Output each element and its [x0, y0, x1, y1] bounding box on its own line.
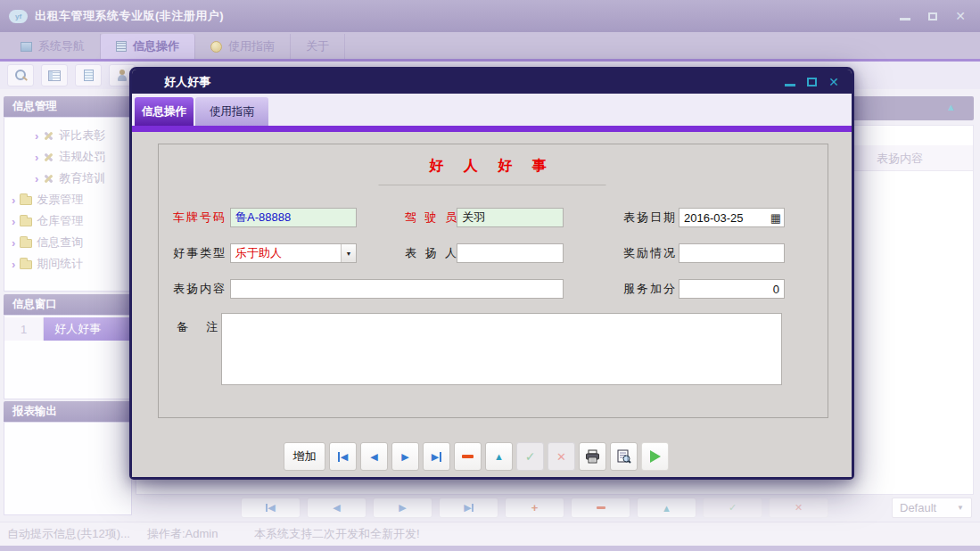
driver-input[interactable]	[457, 208, 564, 227]
bg-last-record-button[interactable]: ▶	[439, 498, 498, 518]
section-header-report-output[interactable]: 报表输出	[4, 401, 132, 422]
chevron-right-icon: ›	[35, 130, 38, 142]
bg-next-record-button[interactable]: ▶	[373, 498, 432, 518]
document-button[interactable]	[75, 64, 102, 86]
tab-label: 系统导航	[38, 38, 85, 54]
tree-item-fapiaoguanli[interactable]: › 发票管理	[4, 189, 131, 210]
edit-record-button[interactable]: ▲	[485, 442, 513, 471]
print-button[interactable]	[579, 442, 606, 471]
row-label-haorenhaoshi[interactable]: 好人好事	[44, 317, 131, 341]
preview-icon	[616, 449, 631, 464]
praiser-input[interactable]	[457, 243, 564, 263]
bg-cancel-button: ✕	[769, 498, 828, 518]
bg-first-record-button[interactable]: ◀	[241, 498, 301, 518]
tab-info-operation[interactable]: 信息操作	[101, 34, 195, 59]
app-logo-icon: yf	[9, 10, 28, 23]
dialog-tab-info-operation[interactable]: 信息操作	[135, 97, 194, 126]
x-icon: ✕	[556, 450, 566, 464]
column-header-praise-content[interactable]: 表扬内容	[877, 151, 923, 167]
main-window-controls: ✕	[898, 0, 968, 32]
window-bottom-edge	[0, 546, 980, 551]
confirm-button: ✓	[516, 442, 544, 471]
dialog-minimize-icon[interactable]	[785, 77, 795, 86]
tree-item-label: 信息查询	[37, 234, 83, 251]
list-view-button[interactable]	[41, 64, 68, 86]
chevron-down-icon: ▼	[957, 504, 971, 512]
minus-icon	[462, 455, 474, 458]
label-praise-date: 表扬日期	[623, 208, 675, 227]
delete-record-button[interactable]	[454, 442, 482, 471]
dialog-tab-user-guide[interactable]: 使用指南	[195, 97, 268, 126]
tab-about[interactable]: 关于	[291, 34, 345, 59]
tool-icon	[43, 173, 54, 185]
first-record-button[interactable]: ◀	[329, 442, 357, 471]
reward-input[interactable]	[679, 243, 785, 263]
info-window-row[interactable]: 1 好人好事	[4, 317, 131, 341]
deed-type-select[interactable]: 乐于助人 ▼	[230, 243, 357, 263]
tree-item-pingbibiaozhang[interactable]: › 评比表彰	[4, 125, 131, 146]
collapse-icon[interactable]: ▲	[946, 103, 956, 112]
label-remark: 备 注	[177, 317, 218, 337]
print-preview-button[interactable]	[610, 442, 638, 471]
praise-date-input[interactable]: 2016-03-25 ▦	[679, 208, 785, 227]
ribbon-tabbar: 系统导航 信息操作 使用指南 关于	[0, 32, 980, 59]
section-header-info-window[interactable]: 信息窗口	[4, 294, 132, 315]
info-window-panel: 1 好人好事	[4, 315, 132, 399]
folder-icon	[20, 218, 32, 226]
printer-icon	[585, 449, 600, 464]
restore-icon[interactable]	[926, 10, 940, 22]
tool-icon	[43, 130, 54, 142]
chevron-right-icon: ›	[12, 216, 15, 227]
dialog-body: 好 人 好 事 车牌号码 驾 驶 员 表扬日期 2016-03-25 ▦ 好事类…	[132, 132, 852, 477]
praise-content-input[interactable]	[230, 279, 564, 299]
tree-item-xinxichaxun[interactable]: › 信息查询	[4, 232, 131, 253]
service-points-input[interactable]	[679, 279, 785, 299]
dialog-close-icon[interactable]: ✕	[828, 75, 839, 89]
status-message: 本系统支持二次开发和全新开发!	[254, 522, 420, 546]
tree-item-label: 评比表彰	[59, 127, 105, 144]
form-title: 好 人 好 事	[132, 157, 852, 176]
bg-add-record-button[interactable]: +	[505, 498, 564, 518]
last-record-button[interactable]: ▶	[423, 442, 450, 471]
tree-item-qijiantongji[interactable]: › 期间统计	[4, 253, 131, 275]
style-select[interactable]: Default ▼	[892, 498, 972, 518]
bg-prev-record-button[interactable]: ◀	[307, 498, 366, 518]
label-praise-content: 表扬内容	[173, 279, 225, 299]
tree-item-cangkuguanli[interactable]: › 仓库管理	[4, 210, 131, 232]
tab-label: 使用指南	[228, 38, 275, 54]
prev-record-button[interactable]: ◀	[360, 442, 388, 471]
screen: yf 出租车管理系统专业版(非注册用户) ✕ 系统导航 信息操作 使用指南 关于	[0, 0, 980, 551]
deed-type-value: 乐于助人	[231, 244, 341, 262]
status-operator: 操作者:Admin	[147, 522, 218, 546]
cancel-button: ✕	[548, 442, 575, 471]
praise-date-value: 2016-03-25	[679, 211, 768, 225]
tab-user-guide[interactable]: 使用指南	[195, 34, 291, 59]
minimize-icon[interactable]	[898, 10, 912, 22]
close-icon[interactable]: ✕	[953, 10, 968, 22]
bg-edit-record-button[interactable]: ▲	[637, 498, 696, 518]
search-button[interactable]	[7, 64, 34, 86]
chevron-right-icon: ›	[35, 173, 38, 185]
remark-textarea[interactable]	[221, 313, 782, 385]
next-record-button[interactable]: ▶	[391, 442, 419, 471]
tab-label: 信息操作	[133, 38, 179, 54]
dialog-maximize-icon[interactable]	[807, 78, 817, 86]
folder-icon	[20, 196, 32, 205]
calendar-icon[interactable]: ▦	[768, 211, 784, 225]
label-plate-number: 车牌号码	[173, 208, 225, 227]
check-icon: ✓	[525, 449, 536, 464]
plate-number-input[interactable]	[230, 208, 357, 227]
chevron-right-icon: ›	[12, 237, 15, 249]
chevron-down-icon[interactable]: ▼	[341, 244, 356, 262]
section-header-info-management[interactable]: 信息管理	[4, 96, 132, 117]
tab-system-nav[interactable]: 系统导航	[5, 34, 101, 59]
tree-item-label: 期间统计	[37, 256, 83, 272]
add-button[interactable]: 增加	[284, 442, 325, 471]
dialog-tabbar: 信息操作 使用指南	[132, 94, 852, 126]
dialog-title: 好人好事	[164, 74, 210, 90]
help-icon	[210, 41, 222, 53]
tree-item-weiguichufa[interactable]: › 违规处罚	[4, 146, 131, 168]
run-button[interactable]	[641, 442, 669, 471]
tree-item-jiaoyupeixun[interactable]: › 教育培训	[4, 168, 131, 189]
bg-delete-record-button[interactable]	[571, 498, 630, 518]
